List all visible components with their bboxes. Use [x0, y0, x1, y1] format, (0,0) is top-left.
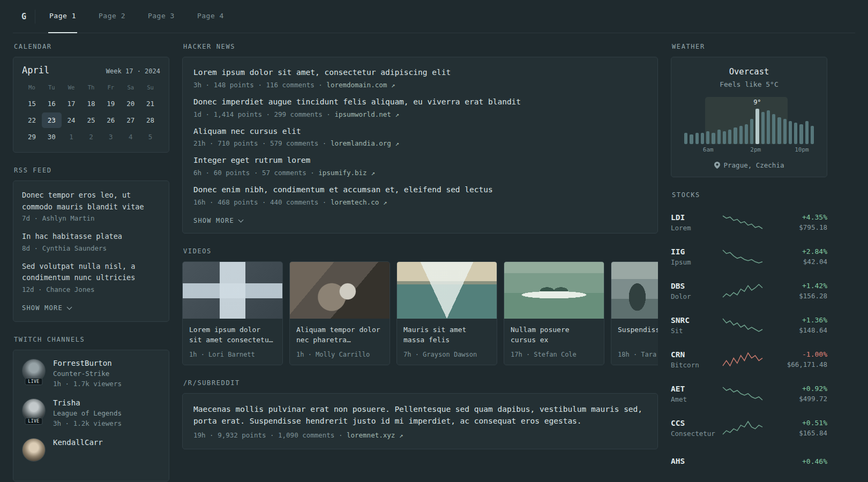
video-title[interactable]: Aliquam tempor dolor nec pharetra…: [296, 325, 383, 345]
subreddit-domain-link[interactable]: loremnet.xyz ↗: [347, 431, 403, 439]
tab-page-2[interactable]: Page 2: [98, 0, 126, 33]
weather-bar: [717, 130, 721, 144]
hn-item-title[interactable]: Donec enim nibh, condimentum et accumsan…: [193, 184, 647, 196]
stock-id: AETAmet: [671, 385, 720, 403]
hn-item-domain-link[interactable]: ipsumify.biz ↗: [318, 169, 375, 177]
stock-row[interactable]: SNRCSit+1.36%$148.64: [671, 308, 827, 342]
stocks-list: LDILorem+4.35%$795.18IIGIpsum+2.84%$42.0…: [671, 205, 827, 479]
twitch-channel[interactable]: KendallCarr: [22, 438, 160, 462]
calendar-weekday: Mo: [22, 81, 42, 95]
stock-change: +0.92%: [799, 385, 827, 393]
calendar-day: 16: [42, 96, 62, 111]
calendar-day: 28: [140, 112, 160, 128]
calendar-section-title: CALENDAR: [14, 43, 169, 50]
hn-item: Lorem ipsum dolor sit amet, consectetur …: [193, 67, 647, 89]
channel-name: KendallCarr: [53, 438, 103, 447]
calendar-weekday: Th: [81, 81, 101, 95]
hn-item-title[interactable]: Integer eget rutrum lorem: [193, 155, 647, 167]
twitch-channel-list: LIVEForrestBurtonCounter-Strike1h · 1.7k…: [22, 359, 160, 462]
rss-show-more-button[interactable]: SHOW MORE: [22, 303, 71, 313]
hn-item-domain-link[interactable]: loremdomain.com ↗: [326, 81, 395, 89]
hn-item-domain-link[interactable]: loremtech.co ↗: [331, 198, 387, 206]
video-card-body: Mauris sit amet massa felis7h · Grayson …: [397, 319, 497, 365]
channel-meta: 1h · 1.7k viewers: [53, 380, 122, 388]
video-thumbnail[interactable]: [183, 262, 282, 319]
weather-bar: [728, 130, 731, 144]
stock-sparkline: [722, 420, 763, 436]
hn-item-title[interactable]: Lorem ipsum dolor sit amet, consectetur …: [193, 67, 647, 79]
channel-name: ForrestBurton: [53, 359, 122, 367]
videos-widget: VIDEOS Lorem ipsum dolor sit amet consec…: [182, 247, 658, 365]
calendar-day: 17: [62, 96, 81, 111]
channel-info: TrishaLeague of Legends3h · 1.2k viewers: [53, 398, 122, 427]
stock-id: IIGIpsum: [671, 247, 720, 266]
calendar-day: 5: [140, 129, 160, 145]
calendar-month: April: [22, 65, 49, 76]
stock-change: +2.84%: [802, 247, 827, 255]
video-title[interactable]: Lorem ipsum dolor sit amet consectetu…: [189, 325, 276, 345]
hn-item-title[interactable]: Aliquam nec cursus elit: [193, 126, 647, 138]
rss-item-title[interactable]: Sed volutpat nulla nisl, a condimentum n…: [22, 261, 160, 284]
weather-bar: [761, 112, 765, 144]
video-title[interactable]: Nullam posuere cursus ex: [511, 325, 597, 345]
video-thumbnail[interactable]: [290, 262, 390, 319]
hackernews-items: Lorem ipsum dolor sit amet, consectetur …: [193, 67, 647, 206]
video-card[interactable]: Lorem ipsum dolor sit amet consectetu…1h…: [182, 261, 283, 365]
stock-row[interactable]: DBSDolor+1.42%$156.28: [671, 274, 827, 308]
video-title[interactable]: Suspendisse diam: [618, 325, 658, 335]
video-card[interactable]: Mauris sit amet massa felis7h · Grayson …: [396, 261, 497, 365]
stock-change: +0.46%: [802, 457, 827, 465]
stocks-widget: STOCKS LDILorem+4.35%$795.18IIGIpsum+2.8…: [671, 191, 827, 479]
video-thumbnail[interactable]: [397, 262, 497, 319]
stock-row[interactable]: LDILorem+4.35%$795.18: [671, 205, 827, 239]
weather-bar: [745, 124, 748, 144]
calendar-day: 26: [101, 112, 121, 128]
app-logo[interactable]: G: [13, 0, 35, 33]
stock-row[interactable]: IIGIpsum+2.84%$42.04: [671, 239, 827, 274]
stock-row[interactable]: CCSConsectetur+0.51%$165.84: [671, 411, 827, 445]
tab-page-3[interactable]: Page 3: [147, 0, 176, 33]
rss-item: Sed volutpat nulla nisl, a condimentum n…: [22, 261, 160, 293]
video-thumbnail[interactable]: [611, 262, 658, 319]
calendar-card: April Week 17 · 2024 MoTuWeThFrSaSu15161…: [13, 57, 169, 153]
hackernews-section-title: HACKER NEWS: [183, 43, 658, 50]
video-title[interactable]: Mauris sit amet massa felis: [403, 325, 490, 345]
video-thumbnail[interactable]: [504, 262, 604, 319]
subreddit-widget: /R/SUBREDDIT Maecenas mollis pulvinar er…: [182, 379, 658, 449]
video-card[interactable]: Aliquam tempor dolor nec pharetra…1h · M…: [289, 261, 390, 365]
rss-card: Donec tempor eros leo, ut commodo mauris…: [13, 180, 169, 322]
location-pin-icon: [714, 162, 720, 169]
hn-item-meta: 21h · 710 points · 579 comments · loreml…: [193, 139, 647, 147]
tab-page-1[interactable]: Page 1: [48, 0, 77, 33]
tab-page-4[interactable]: Page 4: [196, 0, 225, 33]
channel-info: KendallCarr: [53, 438, 103, 462]
stock-row[interactable]: AETAmet+0.92%$499.72: [671, 376, 827, 411]
twitch-channel[interactable]: LIVEForrestBurtonCounter-Strike1h · 1.7k…: [22, 359, 160, 388]
hackernews-show-more-button[interactable]: SHOW MORE: [193, 216, 243, 225]
calendar-week-label: Week 17 · 2024: [106, 67, 160, 75]
calendar-day: 25: [81, 112, 101, 128]
calendar-day: 29: [22, 129, 42, 145]
stock-row[interactable]: CRNBitcorn-1.00%$66,171.48: [671, 342, 827, 376]
video-card[interactable]: Suspendisse diam18h · Tara: [611, 261, 658, 365]
hn-item-title[interactable]: Donec imperdiet augue tincidunt felis al…: [193, 96, 647, 108]
stock-name: Dolor: [671, 292, 720, 300]
stock-right: -1.00%$66,171.48: [787, 350, 827, 368]
weather-bar: [811, 126, 814, 144]
twitch-channel[interactable]: LIVETrishaLeague of Legends3h · 1.2k vie…: [22, 398, 160, 427]
calendar-day: 1: [62, 129, 81, 145]
rss-item-title[interactable]: Donec tempor eros leo, ut commodo mauris…: [22, 190, 160, 213]
stock-right: +1.36%$148.64: [799, 316, 827, 334]
hn-item-domain-link[interactable]: ipsumworld.net ↗: [334, 110, 399, 118]
weather-bar: [734, 127, 737, 144]
video-card[interactable]: Nullam posuere cursus ex17h · Stefan Col…: [504, 261, 604, 365]
weather-card: Overcast Feels like 5°C 9° 6am2pm10pm Pr…: [671, 57, 827, 177]
stock-ticker: CRN: [671, 350, 720, 359]
subreddit-post-title[interactable]: Maecenas mollis pulvinar erat non posuer…: [193, 403, 647, 427]
hn-item-domain-link[interactable]: loremlandia.org ↗: [331, 139, 399, 147]
stock-change: +4.35%: [799, 213, 827, 221]
rss-item-title[interactable]: In hac habitasse platea: [22, 231, 160, 243]
calendar-day: 21: [140, 96, 160, 111]
stock-row[interactable]: AHS+0.46%: [671, 445, 827, 479]
twitch-widget: TWITCH CHANNELS LIVEForrestBurtonCounter…: [13, 336, 169, 481]
